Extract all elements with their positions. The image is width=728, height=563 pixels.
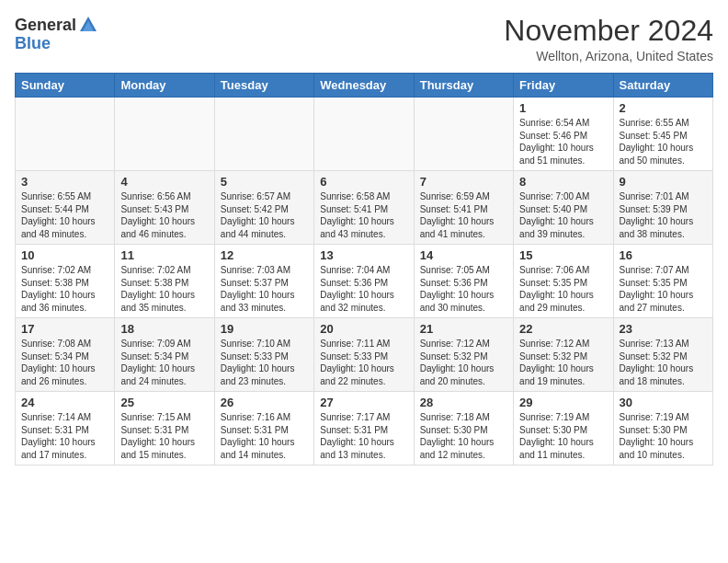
calendar-cell: 22Sunrise: 7:12 AM Sunset: 5:32 PM Dayli…	[514, 318, 613, 392]
day-number: 14	[420, 248, 507, 262]
calendar-cell: 3Sunrise: 6:55 AM Sunset: 5:44 PM Daylig…	[16, 171, 115, 245]
calendar-cell: 25Sunrise: 7:15 AM Sunset: 5:31 PM Dayli…	[115, 392, 214, 465]
calendar-cell	[414, 98, 513, 171]
day-number: 27	[320, 396, 407, 409]
day-number: 9	[620, 175, 707, 189]
logo-general-text: General	[15, 17, 76, 33]
day-number: 11	[120, 248, 208, 262]
location: Wellton, Arizona, United States	[504, 49, 713, 63]
logo-blue-text: Blue	[15, 35, 51, 52]
calendar-cell: 10Sunrise: 7:02 AM Sunset: 5:38 PM Dayli…	[16, 245, 115, 318]
calendar-week-0: 1Sunrise: 6:54 AM Sunset: 5:46 PM Daylig…	[16, 98, 713, 171]
day-number: 10	[21, 248, 108, 262]
day-number: 30	[620, 396, 707, 409]
day-detail: Sunrise: 7:01 AM Sunset: 5:39 PM Dayligh…	[620, 190, 707, 240]
day-detail: Sunrise: 7:02 AM Sunset: 5:38 PM Dayligh…	[120, 264, 208, 314]
day-detail: Sunrise: 6:55 AM Sunset: 5:44 PM Dayligh…	[21, 190, 108, 240]
day-detail: Sunrise: 7:19 AM Sunset: 5:30 PM Dayligh…	[519, 411, 607, 461]
calendar-cell: 16Sunrise: 7:07 AM Sunset: 5:35 PM Dayli…	[613, 245, 712, 318]
day-detail: Sunrise: 7:19 AM Sunset: 5:30 PM Dayligh…	[620, 411, 707, 461]
day-number: 21	[420, 322, 507, 336]
calendar-cell: 11Sunrise: 7:02 AM Sunset: 5:38 PM Dayli…	[115, 245, 214, 318]
col-header-tuesday: Tuesday	[214, 74, 313, 98]
day-detail: Sunrise: 6:54 AM Sunset: 5:46 PM Dayligh…	[519, 117, 607, 167]
day-detail: Sunrise: 6:56 AM Sunset: 5:43 PM Dayligh…	[120, 190, 208, 240]
calendar-cell: 19Sunrise: 7:10 AM Sunset: 5:33 PM Dayli…	[214, 318, 313, 392]
day-number: 17	[21, 322, 108, 336]
day-detail: Sunrise: 7:15 AM Sunset: 5:31 PM Dayligh…	[120, 411, 208, 461]
logo-icon	[78, 15, 98, 35]
day-number: 5	[221, 175, 308, 189]
calendar-cell: 28Sunrise: 7:18 AM Sunset: 5:30 PM Dayli…	[414, 392, 513, 465]
calendar-cell: 21Sunrise: 7:12 AM Sunset: 5:32 PM Dayli…	[414, 318, 513, 392]
calendar-week-2: 10Sunrise: 7:02 AM Sunset: 5:38 PM Dayli…	[16, 245, 713, 318]
col-header-friday: Friday	[514, 74, 613, 98]
day-detail: Sunrise: 6:55 AM Sunset: 5:45 PM Dayligh…	[620, 117, 707, 167]
calendar-cell: 12Sunrise: 7:03 AM Sunset: 5:37 PM Dayli…	[214, 245, 313, 318]
calendar-cell: 1Sunrise: 6:54 AM Sunset: 5:46 PM Daylig…	[514, 98, 613, 171]
calendar-cell: 20Sunrise: 7:11 AM Sunset: 5:33 PM Dayli…	[314, 318, 414, 392]
day-detail: Sunrise: 7:11 AM Sunset: 5:33 PM Dayligh…	[320, 338, 407, 387]
day-detail: Sunrise: 6:59 AM Sunset: 5:41 PM Dayligh…	[420, 190, 507, 240]
day-number: 13	[320, 248, 407, 262]
col-header-sunday: Sunday	[16, 74, 115, 98]
day-detail: Sunrise: 7:14 AM Sunset: 5:31 PM Dayligh…	[21, 411, 108, 461]
day-detail: Sunrise: 7:07 AM Sunset: 5:35 PM Dayligh…	[620, 264, 707, 314]
calendar-cell: 13Sunrise: 7:04 AM Sunset: 5:36 PM Dayli…	[314, 245, 414, 318]
day-number: 24	[21, 396, 108, 409]
calendar-table: SundayMondayTuesdayWednesdayThursdayFrid…	[15, 73, 713, 465]
day-detail: Sunrise: 6:58 AM Sunset: 5:41 PM Dayligh…	[320, 190, 407, 240]
day-number: 7	[420, 175, 507, 189]
page-container: General Blue November 2024 Wellton, Ariz…	[0, 0, 728, 473]
calendar-cell	[16, 98, 115, 171]
day-number: 28	[420, 396, 507, 409]
day-detail: Sunrise: 7:04 AM Sunset: 5:36 PM Dayligh…	[320, 264, 407, 314]
day-number: 29	[519, 396, 607, 409]
day-number: 26	[221, 396, 308, 409]
day-number: 6	[320, 175, 407, 189]
day-number: 3	[21, 175, 108, 189]
day-number: 12	[221, 248, 308, 262]
day-number: 16	[620, 248, 707, 262]
day-detail: Sunrise: 6:57 AM Sunset: 5:42 PM Dayligh…	[221, 190, 308, 240]
calendar-cell: 24Sunrise: 7:14 AM Sunset: 5:31 PM Dayli…	[16, 392, 115, 465]
header: General Blue November 2024 Wellton, Ariz…	[15, 15, 713, 63]
day-number: 1	[519, 101, 607, 115]
col-header-wednesday: Wednesday	[314, 74, 414, 98]
day-detail: Sunrise: 7:03 AM Sunset: 5:37 PM Dayligh…	[221, 264, 308, 314]
calendar-cell: 8Sunrise: 7:00 AM Sunset: 5:40 PM Daylig…	[514, 171, 613, 245]
calendar-cell: 4Sunrise: 6:56 AM Sunset: 5:43 PM Daylig…	[115, 171, 214, 245]
calendar-cell	[214, 98, 313, 171]
day-detail: Sunrise: 7:00 AM Sunset: 5:40 PM Dayligh…	[519, 190, 607, 240]
day-number: 2	[620, 101, 707, 115]
calendar-cell: 14Sunrise: 7:05 AM Sunset: 5:36 PM Dayli…	[414, 245, 513, 318]
logo-top: General	[15, 15, 98, 35]
day-detail: Sunrise: 7:18 AM Sunset: 5:30 PM Dayligh…	[420, 411, 507, 461]
day-detail: Sunrise: 7:05 AM Sunset: 5:36 PM Dayligh…	[420, 264, 507, 314]
calendar-cell	[314, 98, 414, 171]
calendar-cell: 29Sunrise: 7:19 AM Sunset: 5:30 PM Dayli…	[514, 392, 613, 465]
day-detail: Sunrise: 7:16 AM Sunset: 5:31 PM Dayligh…	[221, 411, 308, 461]
calendar-week-3: 17Sunrise: 7:08 AM Sunset: 5:34 PM Dayli…	[16, 318, 713, 392]
calendar-cell: 18Sunrise: 7:09 AM Sunset: 5:34 PM Dayli…	[115, 318, 214, 392]
col-header-thursday: Thursday	[414, 74, 513, 98]
calendar-week-4: 24Sunrise: 7:14 AM Sunset: 5:31 PM Dayli…	[16, 392, 713, 465]
calendar-cell: 15Sunrise: 7:06 AM Sunset: 5:35 PM Dayli…	[514, 245, 613, 318]
day-number: 25	[120, 396, 208, 409]
month-title: November 2024	[504, 15, 713, 47]
day-number: 4	[120, 175, 208, 189]
calendar-cell: 6Sunrise: 6:58 AM Sunset: 5:41 PM Daylig…	[314, 171, 414, 245]
calendar-cell: 23Sunrise: 7:13 AM Sunset: 5:32 PM Dayli…	[613, 318, 712, 392]
day-number: 8	[519, 175, 607, 189]
day-detail: Sunrise: 7:08 AM Sunset: 5:34 PM Dayligh…	[21, 338, 108, 387]
day-detail: Sunrise: 7:17 AM Sunset: 5:31 PM Dayligh…	[320, 411, 407, 461]
calendar-cell	[115, 98, 214, 171]
day-detail: Sunrise: 7:12 AM Sunset: 5:32 PM Dayligh…	[420, 338, 507, 387]
day-number: 20	[320, 322, 407, 336]
day-detail: Sunrise: 7:10 AM Sunset: 5:33 PM Dayligh…	[221, 338, 308, 387]
logo: General Blue	[15, 15, 98, 52]
calendar-cell: 5Sunrise: 6:57 AM Sunset: 5:42 PM Daylig…	[214, 171, 313, 245]
calendar-cell: 2Sunrise: 6:55 AM Sunset: 5:45 PM Daylig…	[613, 98, 712, 171]
day-number: 18	[120, 322, 208, 336]
calendar-cell: 7Sunrise: 6:59 AM Sunset: 5:41 PM Daylig…	[414, 171, 513, 245]
